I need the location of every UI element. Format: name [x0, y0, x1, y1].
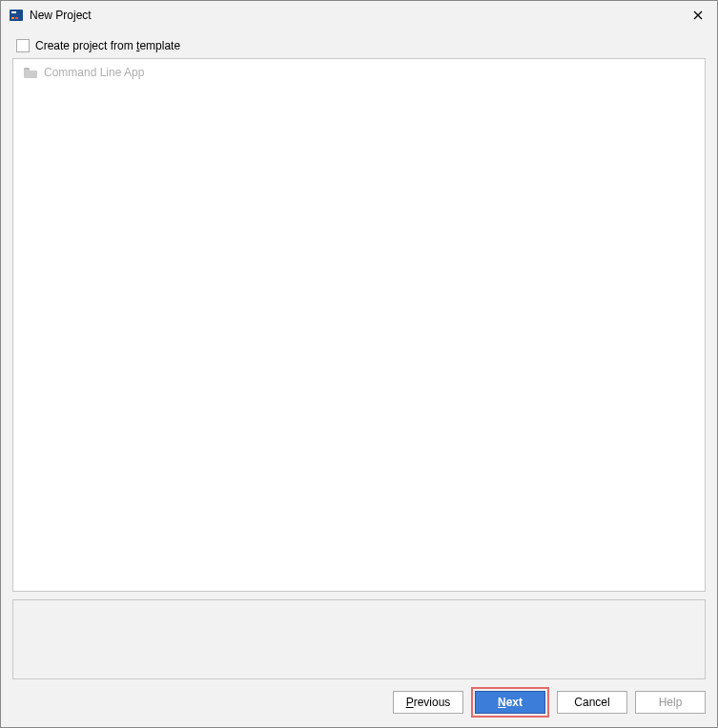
- previous-button[interactable]: Previous: [393, 691, 463, 714]
- close-button[interactable]: [685, 4, 711, 27]
- template-list[interactable]: Command Line App: [12, 58, 706, 592]
- template-checkbox-row: Create project from template: [12, 35, 706, 58]
- create-from-template-checkbox[interactable]: [16, 39, 30, 52]
- folder-icon: [23, 66, 38, 79]
- cancel-button[interactable]: Cancel: [557, 691, 627, 714]
- svg-rect-3: [15, 17, 18, 19]
- template-item: Command Line App: [19, 63, 699, 82]
- next-button[interactable]: Next: [475, 691, 545, 714]
- titlebar: New Project: [1, 1, 717, 30]
- description-panel: [12, 599, 706, 679]
- svg-rect-1: [11, 11, 16, 13]
- svg-rect-2: [11, 17, 14, 19]
- help-button[interactable]: Help: [635, 691, 706, 714]
- create-from-template-label[interactable]: Create project from template: [35, 39, 180, 52]
- svg-rect-0: [10, 10, 23, 21]
- app-icon: [9, 8, 24, 23]
- new-project-dialog: New Project Create project from template: [0, 0, 718, 728]
- button-bar: Previous Next Cancel Help: [1, 679, 717, 727]
- window-title: New Project: [30, 9, 685, 22]
- template-item-label: Command Line App: [44, 66, 144, 79]
- next-button-highlight: Next: [471, 687, 549, 718]
- close-icon: [693, 10, 703, 20]
- dialog-content: Create project from template Command Lin…: [1, 30, 717, 679]
